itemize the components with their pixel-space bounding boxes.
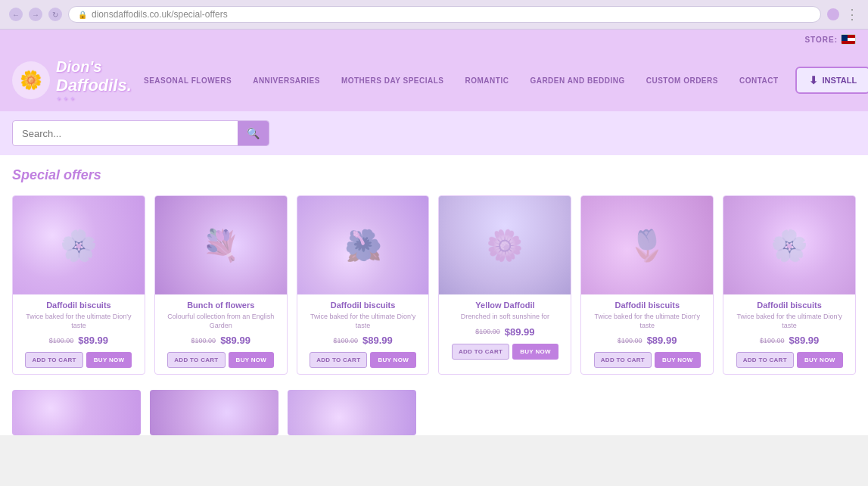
logo-line2: Daffodils. bbox=[56, 76, 132, 95]
logo-line1: Dion's bbox=[56, 58, 132, 76]
install-label: INSTALL bbox=[823, 76, 857, 85]
price-row: $100.00 $89.99 bbox=[730, 335, 849, 346]
price-sale: $89.99 bbox=[362, 335, 393, 346]
product-card: 🌺 Daffodil biscuits Twice baked for the … bbox=[297, 195, 430, 375]
product-image: 🌼 bbox=[439, 196, 571, 294]
product-image-inner: 🌸 bbox=[723, 196, 855, 294]
bottom-product-3 bbox=[288, 390, 416, 435]
search-bar: 🔍 bbox=[12, 120, 269, 146]
nav-seasonal-flowers[interactable]: SEASONAL FLOWERS bbox=[133, 70, 242, 91]
price-sale: $89.99 bbox=[647, 335, 677, 346]
address-text: dionsdaffodils.co.uk/special-offers bbox=[92, 9, 228, 20]
price-row: $100.00 $89.99 bbox=[445, 326, 565, 338]
price-original: $100.00 bbox=[760, 337, 785, 344]
product-image-inner: 🌺 bbox=[297, 196, 429, 294]
buy-now-button[interactable]: BUY NOW bbox=[797, 352, 843, 368]
add-to-cart-button[interactable]: ADD TO CART bbox=[25, 352, 82, 368]
btn-row: ADD TO CART BUY NOW bbox=[19, 352, 138, 368]
flag-icon bbox=[841, 34, 856, 45]
install-icon: ⬇ bbox=[809, 74, 818, 86]
product-info: Bunch of flowers Colourful collection fr… bbox=[155, 294, 287, 374]
header-top: STORE: bbox=[12, 30, 856, 49]
product-info: Daffodil biscuits Twice baked for the ul… bbox=[581, 294, 713, 374]
product-desc: Twice baked for the ultimate Dion'y tast… bbox=[303, 313, 423, 330]
nav-contact[interactable]: CONTACT bbox=[729, 70, 789, 91]
product-desc: Twice baked for the ultimate Dion'y tast… bbox=[730, 313, 849, 330]
forward-button[interactable]: → bbox=[29, 8, 42, 21]
add-to-cart-button[interactable]: ADD TO CART bbox=[310, 352, 367, 368]
main-content: Special offers 🌸 Daffodil biscuits Twice… bbox=[0, 155, 868, 435]
product-name: Daffodil biscuits bbox=[303, 301, 423, 310]
price-row: $100.00 $89.99 bbox=[161, 335, 281, 346]
product-image: 🌺 bbox=[297, 196, 429, 294]
bottom-product-1 bbox=[12, 390, 141, 435]
nav-anniversaries[interactable]: ANNIVERSARIES bbox=[242, 70, 331, 91]
price-original: $100.00 bbox=[475, 328, 500, 335]
add-to-cart-button[interactable]: ADD TO CART bbox=[594, 352, 652, 368]
product-card: 🌸 Daffodil biscuits Twice baked for the … bbox=[723, 195, 856, 375]
price-original: $100.00 bbox=[333, 337, 358, 344]
product-image-inner: 🌼 bbox=[439, 196, 571, 294]
add-to-cart-button[interactable]: ADD TO CART bbox=[167, 352, 225, 368]
buy-now-button[interactable]: BUY NOW bbox=[229, 352, 275, 368]
price-row: $100.00 $89.99 bbox=[303, 335, 423, 346]
product-desc: Twice baked for the ultimate Dion'y tast… bbox=[587, 313, 707, 330]
section-title: Special offers bbox=[12, 167, 856, 183]
logo-stars: ✦ ✦ ✦ bbox=[56, 95, 132, 102]
product-image: 🌷 bbox=[581, 196, 713, 294]
nav-garden-bedding[interactable]: GARDEN AND BEDDING bbox=[519, 70, 635, 91]
btn-row: ADD TO CART BUY NOW bbox=[161, 352, 281, 368]
btn-row: ADD TO CART BUY NOW bbox=[730, 352, 849, 368]
logo-text: Dion's Daffodils. ✦ ✦ ✦ bbox=[56, 58, 132, 102]
lock-icon: 🔒 bbox=[78, 11, 87, 19]
add-to-cart-button[interactable]: ADD TO CART bbox=[452, 344, 509, 360]
store-badge: STORE: bbox=[804, 34, 856, 45]
nav-custom-orders[interactable]: CUSTOM ORDERS bbox=[636, 70, 729, 91]
refresh-button[interactable]: ↻ bbox=[48, 8, 62, 21]
product-desc: Colourful collection from an English Gar… bbox=[161, 313, 281, 330]
buy-now-button[interactable]: BUY NOW bbox=[655, 352, 701, 368]
main-nav: SEASONAL FLOWERS ANNIVERSARIES MOTHERS D… bbox=[133, 70, 789, 91]
price-sale: $89.99 bbox=[505, 326, 535, 338]
product-image: 🌸 bbox=[723, 196, 855, 294]
product-image: 💐 bbox=[155, 196, 287, 294]
bottom-row bbox=[12, 390, 856, 435]
price-sale: $89.99 bbox=[789, 335, 819, 346]
search-button[interactable]: 🔍 bbox=[238, 121, 269, 145]
search-input[interactable] bbox=[13, 122, 238, 145]
product-info: Daffodil biscuits Twice baked for the ul… bbox=[723, 294, 855, 374]
add-to-cart-button[interactable]: ADD TO CART bbox=[736, 352, 794, 368]
price-row: $100.00 $89.99 bbox=[587, 335, 707, 346]
buy-now-button[interactable]: BUY NOW bbox=[86, 352, 132, 368]
btn-row: ADD TO CART BUY NOW bbox=[587, 352, 707, 368]
product-desc: Drenched in soft sunshine for bbox=[445, 313, 565, 322]
product-card: 🌸 Daffodil biscuits Twice baked for the … bbox=[12, 195, 145, 375]
browser-menu-icon[interactable]: ⋮ bbox=[845, 6, 859, 23]
product-card: 🌼 Yellow Daffodil Drenched in soft sunsh… bbox=[438, 195, 571, 375]
address-bar[interactable]: 🔒 dionsdaffodils.co.uk/special-offers bbox=[68, 6, 821, 23]
price-original: $100.00 bbox=[618, 337, 642, 344]
product-name: Daffodil biscuits bbox=[730, 301, 849, 310]
logo-area[interactable]: 🌼 Dion's Daffodils. ✦ ✦ ✦ bbox=[12, 49, 133, 111]
product-image-inner: 💐 bbox=[155, 196, 287, 294]
nav-mothers-day[interactable]: MOTHERS DAY SPECIALS bbox=[331, 70, 455, 91]
nav-romantic[interactable]: ROMANTIC bbox=[455, 70, 520, 91]
buy-now-button[interactable]: BUY NOW bbox=[512, 344, 558, 360]
profile-icon bbox=[827, 8, 839, 20]
product-name: Bunch of flowers bbox=[161, 301, 281, 310]
back-button[interactable]: ← bbox=[9, 8, 23, 21]
browser-chrome: ← → ↻ 🔒 dionsdaffodils.co.uk/special-off… bbox=[0, 0, 868, 30]
product-info: Yellow Daffodil Drenched in soft sunshin… bbox=[439, 294, 571, 366]
product-card: 🌷 Daffodil biscuits Twice baked for the … bbox=[580, 195, 714, 375]
price-sale: $89.99 bbox=[220, 335, 250, 346]
search-icon: 🔍 bbox=[247, 127, 260, 139]
logo-icon: 🌼 bbox=[12, 61, 50, 99]
buy-now-button[interactable]: BUY NOW bbox=[370, 352, 416, 368]
store-label: STORE: bbox=[804, 36, 838, 44]
install-button[interactable]: ⬇ INSTALL bbox=[795, 67, 868, 94]
product-desc: Twice baked for the ultimate Dion'y tast… bbox=[19, 313, 138, 330]
price-original: $100.00 bbox=[49, 337, 74, 344]
site-header: STORE: 🌼 Dion's Daffodils. ✦ ✦ ✦ SEASONA… bbox=[0, 30, 868, 111]
flower-decoration-icon: 🌷 bbox=[628, 228, 666, 263]
flower-decoration-icon: 🌺 bbox=[344, 228, 382, 263]
